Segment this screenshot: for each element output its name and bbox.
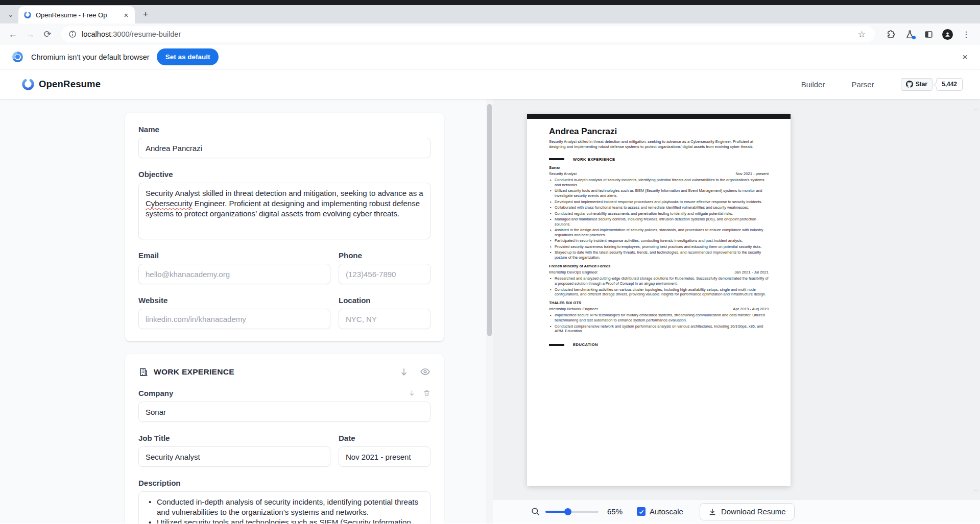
- window-titlebar: [0, 0, 980, 5]
- github-star-label: Star: [916, 81, 927, 88]
- preview-controls-bar: 65% Autoscale Download Resume: [493, 499, 980, 523]
- phone-input[interactable]: [339, 264, 431, 284]
- bookmark-star-icon[interactable]: ☆: [858, 29, 868, 40]
- resume-job-entry: THALES SIX GTSInternship Network Enginee…: [549, 301, 769, 334]
- job-title-input[interactable]: [138, 446, 330, 467]
- resume-bullet: Managed and maintained security controls…: [549, 217, 769, 227]
- set-as-default-button[interactable]: Set as default: [157, 48, 219, 65]
- work-experience-card: WORK EXPERIENCE Company Job: [125, 354, 444, 523]
- address-bar[interactable]: localhost:3000/resume-builder ☆: [61, 26, 875, 42]
- resume-role: Internship DevOps Engineer: [549, 270, 597, 275]
- phone-label: Phone: [339, 251, 431, 260]
- tab-search-icon[interactable]: ⌄: [4, 8, 17, 21]
- browser-menu-icon[interactable]: ⋮: [961, 29, 972, 40]
- openresume-ring-icon: [21, 78, 35, 91]
- side-panel-icon[interactable]: [923, 29, 934, 40]
- resume-company: French Ministry of Armed Forces: [549, 264, 769, 268]
- location-label: Location: [339, 296, 431, 305]
- resume-paper: Andrea Pancrazi Security Analyst skilled…: [527, 114, 791, 486]
- description-text: Utilized security tools and technologies…: [157, 518, 320, 523]
- resume-preview-pane: ︿ ﹀ Andrea Pancrazi Security Analyst ski…: [493, 99, 980, 523]
- resume-bullet: Collaborated with cross-functional teams…: [549, 205, 769, 210]
- resume-education-section-header: EDUCATION: [549, 342, 769, 347]
- tab-close-icon[interactable]: ×: [122, 10, 131, 19]
- website-input[interactable]: [138, 309, 330, 329]
- autoscale-checkbox[interactable]: [637, 507, 646, 516]
- resume-summary: Security Analyst skilled in threat detec…: [549, 139, 769, 150]
- toolbar-actions: ⋮: [879, 29, 975, 40]
- zoom-percentage: 65%: [607, 507, 623, 516]
- resume-bullet-list: Conducted in-depth analysis of security …: [549, 178, 769, 260]
- delete-entry-trash-icon[interactable]: [423, 389, 431, 397]
- site-info-icon[interactable]: [68, 30, 77, 38]
- openresume-logo[interactable]: OpenResume: [21, 78, 101, 91]
- move-entry-down-icon[interactable]: [408, 389, 416, 397]
- section-bar: [549, 344, 564, 346]
- description-editor[interactable]: Conducted in-depth analysis of security …: [138, 491, 431, 523]
- forward-button[interactable]: →: [22, 27, 38, 42]
- resume-role: Security Analyst: [549, 171, 577, 176]
- download-resume-button[interactable]: Download Resume: [700, 503, 795, 520]
- nav-builder[interactable]: Builder: [801, 80, 825, 89]
- nav-parser[interactable]: Parser: [851, 80, 874, 89]
- description-text: Conducted in-depth analysis of security …: [157, 497, 418, 516]
- back-button[interactable]: ←: [5, 27, 20, 42]
- location-input[interactable]: [339, 309, 431, 329]
- company-input[interactable]: [138, 402, 431, 422]
- resume-company: Sonar: [549, 165, 769, 170]
- github-octocat-icon: [906, 81, 913, 88]
- github-star-widget[interactable]: Star 5,442: [901, 78, 963, 91]
- objective-misspelled-word: Cybersecurity: [146, 199, 193, 208]
- zoom-slider-knob[interactable]: [564, 508, 571, 515]
- resume-bullet: Utilized security tools and technologies…: [549, 188, 769, 198]
- objective-textarea[interactable]: Security Analyst skilled in threat detec…: [138, 183, 431, 239]
- profile-avatar[interactable]: [942, 29, 953, 40]
- resume-role: Internship Network Engineer: [549, 307, 598, 311]
- preview-scroll-up-icon[interactable]: ︿: [974, 105, 979, 112]
- browser-tab[interactable]: OpenResume - Free Op ×: [18, 6, 135, 23]
- resume-bullet: Stayed up to date with the latest securi…: [549, 250, 769, 260]
- resume-role-date-row: Internship Network EngineerApr 2019 - Au…: [549, 307, 769, 311]
- default-browser-infobar: Chromium isn't your default browser Set …: [0, 45, 980, 69]
- github-star-count[interactable]: 5,442: [936, 78, 963, 91]
- browser-toolbar: ← → ⟳ localhost:3000/resume-builder ☆: [0, 23, 980, 45]
- resume-work-entries: SonarSecurity AnalystNov 2021 - presentC…: [549, 165, 769, 334]
- app-header: OpenResume Builder Parser Star 5,442: [0, 69, 980, 99]
- form-scrollbar-thumb[interactable]: [487, 104, 492, 336]
- experiments-flask-icon[interactable]: [904, 29, 915, 40]
- tab-title: OpenResume - Free Op: [36, 11, 117, 19]
- name-input[interactable]: [138, 138, 431, 158]
- objective-text-before: Security Analyst skilled in threat detec…: [146, 189, 423, 197]
- flask-notification-dot: [912, 36, 916, 39]
- move-section-down-icon[interactable]: [399, 367, 409, 377]
- misspelled-word: SIEM: [320, 518, 339, 523]
- name-label: Name: [138, 125, 431, 134]
- new-tab-button[interactable]: +: [139, 8, 152, 21]
- resume-bullet: Researched and analyzed cutting-edge dis…: [549, 276, 769, 286]
- url-path: :3000/resume-builder: [111, 30, 181, 38]
- brand-name: OpenResume: [39, 79, 101, 90]
- section-bar: [549, 158, 564, 160]
- show-hide-eye-icon[interactable]: [420, 366, 431, 377]
- preview-scroll-down-icon[interactable]: ﹀: [974, 488, 979, 495]
- infobar-close-icon[interactable]: ×: [959, 52, 971, 63]
- email-input[interactable]: [138, 264, 330, 284]
- resume-bullet-list: Implemented secure VPN technologies for …: [549, 313, 769, 334]
- resume-bullet: Implemented secure VPN technologies for …: [549, 313, 769, 322]
- date-input[interactable]: [339, 446, 431, 467]
- date-label: Date: [339, 434, 431, 442]
- reload-button[interactable]: ⟳: [40, 27, 55, 42]
- zoom-slider[interactable]: [545, 511, 599, 513]
- resume-bullet: Conducted in-depth analysis of security …: [549, 178, 769, 187]
- github-star-button[interactable]: Star: [901, 78, 933, 91]
- extensions-icon[interactable]: [885, 29, 896, 40]
- resume-work-section-header: WORK EXPERIENCE: [549, 157, 769, 162]
- checkmark-icon: [638, 509, 644, 515]
- resume-date: Apr 2019 - Aug 2019: [733, 307, 769, 311]
- basics-card: Name Objective Security Analyst skilled …: [125, 113, 444, 341]
- form-scrollbar[interactable]: [486, 99, 493, 523]
- description-bullet-line: Utilized security tools and technologies…: [146, 517, 423, 523]
- autoscale-label: Autoscale: [650, 507, 683, 516]
- resume-bullet: Conducted regular vulnerability assessme…: [549, 211, 769, 216]
- resume-bullet: Assisted in the design and implementatio…: [549, 228, 769, 237]
